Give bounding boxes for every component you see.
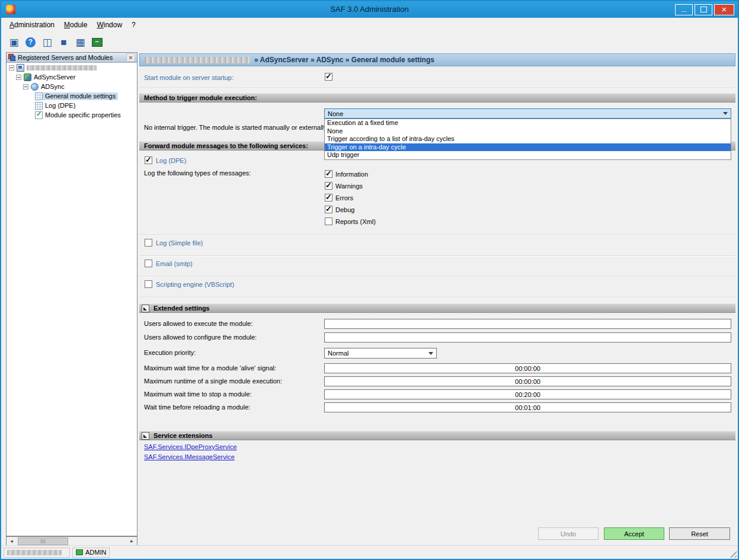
email-smtp-checkbox[interactable] — [145, 260, 152, 267]
settings-panel: » AdSyncServer » ADSync » General module… — [139, 53, 735, 540]
collapse-toggle-icon[interactable] — [142, 432, 149, 440]
log-type-warnings-checkbox[interactable] — [325, 182, 332, 190]
minimize-button[interactable] — [675, 4, 693, 15]
dropdown-option[interactable]: Execution at a fixed time — [325, 119, 731, 127]
collapse-icon[interactable] — [16, 75, 21, 80]
menu-item-window[interactable]: Window — [92, 19, 127, 31]
breadcrumb-trail: » AdSyncServer » ADSync » General module… — [254, 56, 434, 64]
collapse-icon[interactable] — [23, 84, 28, 89]
reset-button[interactable]: Reset — [669, 527, 730, 540]
scroll-right-icon[interactable] — [127, 537, 137, 546]
separator — [139, 297, 735, 297]
trigger-combobox[interactable]: None — [324, 108, 731, 119]
section-header-service-extensions: Service extensions — [139, 431, 735, 440]
log-dpe-label: Log (DPE) — [156, 157, 186, 164]
settings-icon — [35, 92, 43, 100]
users-execute-input[interactable] — [324, 319, 731, 329]
scripting-engine-label: Scripting engine (VBScript) — [156, 281, 234, 288]
dropdown-option[interactable]: None — [325, 127, 731, 136]
dropdown-option[interactable]: Udp trigger — [325, 151, 731, 159]
dropdown-option-highlighted[interactable]: Trigger on a intra-day cycle — [325, 143, 731, 152]
priority-select[interactable]: Normal — [324, 348, 437, 359]
log-type-warnings-label: Warnings — [335, 183, 363, 190]
chevron-down-icon — [428, 352, 433, 355]
service-link-message[interactable]: SAF.Services.IMessageService — [144, 453, 235, 460]
max-runtime-input[interactable] — [324, 376, 731, 386]
module-icon — [31, 83, 39, 91]
service-link-dpeproxy[interactable]: SAF.Services.IDpeProxyService — [144, 443, 237, 450]
menu-item-administration[interactable]: Administration — [5, 19, 59, 31]
maximize-button[interactable] — [695, 4, 712, 15]
log-type-information-label: Information — [335, 171, 368, 178]
statusbar-user-cell: ADMIN — [72, 548, 110, 558]
console-icon — [92, 38, 103, 47]
log-simple-file-checkbox[interactable] — [145, 239, 152, 247]
undo-button[interactable]: Undo — [538, 527, 599, 540]
email-smtp-label: Email (smtp) — [156, 260, 193, 267]
tree-item-log-dpe[interactable]: Log (DPE) — [7, 101, 137, 110]
field-label-users-execute: Users allowed to execute the module: — [144, 320, 252, 327]
dropdown-option[interactable]: Trigger according to a list of intra-day… — [325, 135, 731, 143]
help-button[interactable] — [23, 34, 39, 50]
startup-checkbox[interactable] — [325, 73, 332, 81]
tree-item-label: AdSyncServer — [34, 73, 75, 81]
scroll-left-icon[interactable] — [7, 537, 17, 546]
field-label-alive-wait: Maximum wait time for a module 'alive' s… — [144, 364, 276, 372]
trigger-description: No internal trigger. The module is start… — [144, 124, 328, 131]
close-button[interactable] — [714, 4, 734, 15]
tree-close-icon[interactable] — [126, 53, 135, 62]
tree-item-server-root[interactable] — [7, 63, 137, 72]
field-label-stop-wait: Maximum wait time to stop a module: — [144, 391, 252, 398]
collapse-toggle-icon[interactable] — [142, 305, 149, 312]
breadcrumb: » AdSyncServer » ADSync » General module… — [139, 53, 735, 66]
tree-panel: Registered Servers and Modules AdSyncSer… — [6, 52, 137, 536]
log-dpe-checkbox[interactable] — [145, 156, 152, 164]
window-title: SAF 3.0 Administration — [330, 5, 408, 14]
tree-item-general-module-settings[interactable]: General module settings — [7, 91, 137, 101]
register-server-button[interactable]: ▣ — [6, 34, 22, 50]
reload-wait-input[interactable] — [324, 402, 731, 412]
log-type-errors-checkbox[interactable] — [325, 194, 332, 201]
console-button[interactable] — [89, 34, 105, 50]
redacted-status-server — [7, 550, 62, 555]
tree-item-adsyncserver[interactable]: AdSyncServer — [7, 72, 137, 82]
app-icon — [6, 5, 15, 14]
alive-wait-input[interactable] — [324, 363, 731, 373]
redacted-breadcrumb-server — [145, 57, 250, 63]
scripting-engine-checkbox[interactable] — [145, 280, 152, 288]
log-simple-file-label: Log (Simple file) — [156, 239, 203, 247]
menu-item-help[interactable]: ? — [127, 19, 140, 31]
log-type-debug-checkbox[interactable] — [325, 206, 332, 213]
tree-item-label: ADSync — [41, 83, 65, 90]
field-label-priority: Execution priority: — [144, 349, 196, 356]
grid-view-button[interactable]: ▦ — [72, 34, 88, 50]
panel-button[interactable]: ■ — [56, 34, 72, 50]
users-configure-input[interactable] — [324, 332, 731, 343]
menubar: Administration Module Window ? — [1, 18, 738, 32]
log-icon — [35, 102, 43, 110]
tree-item-label: General module settings — [45, 92, 116, 100]
menu-item-module[interactable]: Module — [59, 19, 92, 31]
scroll-thumb[interactable] — [18, 537, 68, 545]
service-icon — [24, 73, 31, 81]
window-titlebar: SAF 3.0 Administration — [1, 1, 738, 18]
stop-wait-input[interactable] — [324, 389, 731, 399]
startup-label: Start module on server startup: — [144, 74, 233, 81]
log-type-reports-checkbox[interactable] — [325, 217, 332, 225]
log-type-debug-label: Debug — [335, 206, 354, 213]
accept-button[interactable]: Accept — [604, 527, 664, 540]
collapse-icon[interactable] — [9, 65, 14, 71]
register-server-icon: ▣ — [9, 37, 18, 47]
servers-modules-icon — [8, 54, 15, 61]
tree-item-adsync[interactable]: ADSync — [7, 82, 137, 91]
trigger-combobox-value: None — [328, 110, 343, 117]
windows-layout-button[interactable]: ◫ — [39, 34, 55, 50]
resize-grip[interactable] — [728, 549, 737, 558]
tree-item-module-specific-properties[interactable]: Module specific properties — [7, 110, 137, 120]
redacted-server-name — [27, 65, 97, 71]
log-type-information-checkbox[interactable] — [325, 170, 332, 178]
properties-icon — [35, 111, 43, 119]
field-label-reload-wait: Wait time before reloading a module: — [144, 404, 250, 411]
statusbar-server-cell — [4, 548, 70, 558]
statusbar: ADMIN — [1, 545, 738, 559]
